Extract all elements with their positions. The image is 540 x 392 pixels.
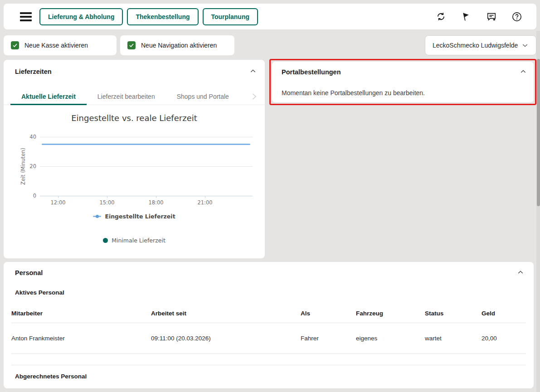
aktives-personal-table: Mitarbeiter Arbeitet seit Als Fahrzeug S… xyxy=(11,304,526,365)
cell-mitarbeiter: Anton Frankmeister xyxy=(11,335,151,342)
x-tick-2100: 21:00 xyxy=(197,199,212,206)
tab-lieferzeit-bearbeiten[interactable]: Lieferzeit bearbeiten xyxy=(87,88,166,105)
nav-button-tourplanung[interactable]: Tourplanung xyxy=(203,8,258,25)
x-tick-1800: 18:00 xyxy=(148,199,163,206)
cell-status: wartet xyxy=(425,335,482,342)
legend-line-marker-icon xyxy=(93,216,101,217)
personal-panel: Personal Aktives Personal Mitarbeiter Ar… xyxy=(4,262,534,388)
portalbestellungen-empty-message: Momentan keine Portalbestellungen zu bea… xyxy=(282,89,425,97)
table-header-row: Mitarbeiter Arbeitet seit Als Fahrzeug S… xyxy=(11,304,526,323)
refresh-icon[interactable] xyxy=(436,12,446,22)
portalbestellungen-collapse-chevron-up-icon[interactable] xyxy=(520,68,527,75)
col-geld: Geld xyxy=(482,310,526,317)
cell-fahrzeug: eigenes xyxy=(356,335,425,342)
legend-dot-marker-icon xyxy=(103,238,108,243)
y-axis-title: Zeit (Minuten) xyxy=(20,137,26,196)
chart-title: Eingestellte vs. reale Lieferzeit xyxy=(4,113,265,123)
col-als: Als xyxy=(301,310,356,317)
col-arbeitet-seit: Arbeitet seit xyxy=(151,310,301,317)
aktives-personal-heading: Aktives Personal xyxy=(15,289,64,296)
tabs-scroll-right-chevron-icon[interactable] xyxy=(249,91,258,102)
table-row[interactable]: Anton Frankmeister 09:11:00 (20.03.2026)… xyxy=(11,323,526,353)
col-fahrzeug: Fahrzeug xyxy=(356,310,425,317)
scrollbar-thumb[interactable] xyxy=(537,59,540,206)
cell-als: Fahrer xyxy=(301,335,356,342)
x-tick-1200: 12:00 xyxy=(50,199,65,206)
portalbestellungen-panel: Portalbestellungen Momentan keine Portal… xyxy=(272,62,534,102)
store-selector[interactable]: LeckoSchmecko Ludwigsfelde xyxy=(425,35,536,55)
cell-geld: 20,00 xyxy=(482,335,526,342)
legend-eingestellte-lieferzeit[interactable]: Eingestellte Lieferzeit xyxy=(4,213,265,220)
topbar-actions xyxy=(436,12,522,22)
help-icon[interactable] xyxy=(512,12,522,22)
neue-navigation-label: Neue Navigation aktivieren xyxy=(141,42,217,49)
top-bar: Lieferung & Abholung Thekenbestellung To… xyxy=(4,4,536,29)
nav-button-thekenbestellung[interactable]: Thekenbestellung xyxy=(127,8,198,25)
tab-shops-und-portale[interactable]: Shops und Portale xyxy=(166,88,240,105)
lieferzeiten-tabs: Aktuelle Lieferzeit Lieferzeit bearbeite… xyxy=(4,88,265,105)
portalbestellungen-highlight-outline: Portalbestellungen Momentan keine Portal… xyxy=(269,59,536,105)
x-tick-1500: 15:00 xyxy=(99,199,114,206)
series-line-eingestellte xyxy=(42,144,250,145)
flag-icon[interactable] xyxy=(461,12,471,22)
menu-icon[interactable] xyxy=(20,12,32,21)
chevron-down-icon xyxy=(521,42,529,49)
col-mitarbeiter: Mitarbeiter xyxy=(11,310,151,317)
store-selector-value: LeckoSchmecko Ludwigsfelde xyxy=(433,42,518,49)
neue-kasse-label: Neue Kasse aktivieren xyxy=(24,42,88,49)
personal-collapse-chevron-up-icon[interactable] xyxy=(517,269,524,276)
feedback-icon[interactable] xyxy=(486,12,496,22)
personal-title: Personal xyxy=(15,269,43,276)
lieferzeiten-panel: Lieferzeiten Aktuelle Lieferzeit Lieferz… xyxy=(4,60,265,258)
toggle-neue-navigation: Neue Navigation aktivieren xyxy=(120,35,234,55)
neue-navigation-checkbox[interactable] xyxy=(127,41,136,49)
main-nav: Lieferung & Abholung Thekenbestellung To… xyxy=(39,8,258,25)
legend-minimale-lieferzeit[interactable]: Minimale Lieferzeit xyxy=(4,237,265,244)
col-status: Status xyxy=(425,310,482,317)
lieferzeiten-title: Lieferzeiten xyxy=(15,68,52,75)
nav-button-lieferung-abholung[interactable]: Lieferung & Abholung xyxy=(39,8,123,25)
chart-plot-area xyxy=(40,137,253,196)
tab-aktuelle-lieferzeit[interactable]: Aktuelle Lieferzeit xyxy=(10,88,87,105)
x-axis-labels: 12:00 15:00 18:00 21:00 xyxy=(40,199,253,206)
cell-arbeitet-seit: 09:11:00 (20.03.2026) xyxy=(151,335,301,342)
neue-kasse-checkbox[interactable] xyxy=(11,41,19,49)
abgerechnetes-personal-heading: Abgerechnetes Personal xyxy=(15,373,87,380)
toggle-neue-kasse: Neue Kasse aktivieren xyxy=(4,35,117,55)
portalbestellungen-title: Portalbestellungen xyxy=(282,68,341,76)
lieferzeiten-collapse-chevron-up-icon[interactable] xyxy=(249,68,257,75)
